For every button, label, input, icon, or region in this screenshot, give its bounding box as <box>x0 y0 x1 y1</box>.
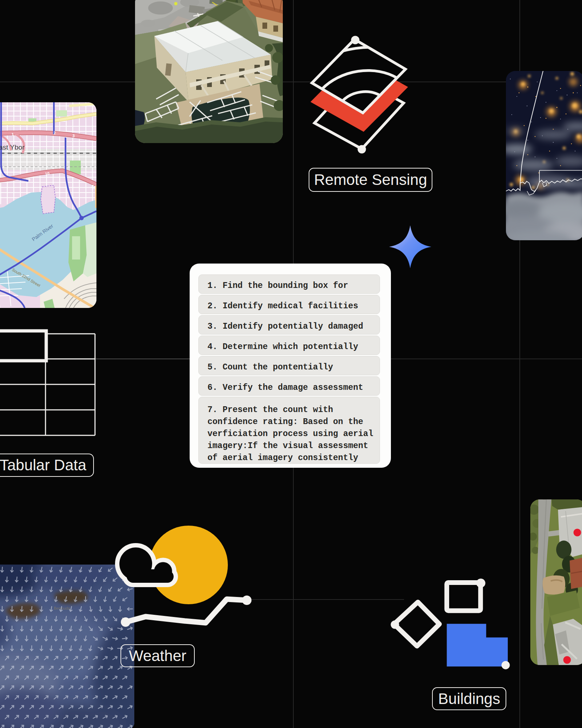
svg-text:3: 3 <box>72 134 75 138</box>
svg-text:1: 1 <box>12 132 14 136</box>
svg-text:10: 10 <box>45 171 50 176</box>
svg-text:2: 2 <box>54 131 56 135</box>
svg-text:ast Ybor: ast Ybor <box>0 143 25 151</box>
